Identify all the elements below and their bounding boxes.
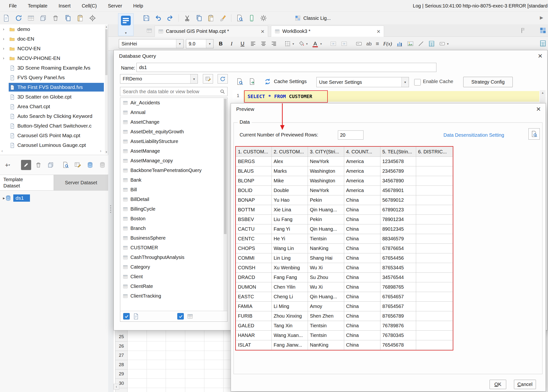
preview-table-header-cell[interactable]: 5. TEL(Strin...: [380, 147, 416, 157]
border-button[interactable]: [285, 41, 291, 47]
preview-sql-button[interactable]: [235, 77, 245, 87]
server-config-button[interactable]: [260, 14, 267, 22]
toolbar-scroll-right-icon[interactable]: ▶: [540, 15, 543, 20]
chevron-down-icon[interactable]: ▾: [401, 77, 409, 87]
dataset-tab[interactable]: Server Dataset: [54, 175, 108, 190]
chevron-down-icon[interactable]: ▾: [206, 39, 213, 48]
table-row[interactable]: GALEDTang XinTientsinChina76789876: [236, 321, 453, 331]
redo-button[interactable]: [166, 14, 174, 22]
table-row[interactable]: EASTCCheng LiQin Huang...China67654657: [236, 292, 453, 302]
desensitization-preview-button[interactable]: [528, 128, 540, 140]
tree-item[interactable]: FVS Query Panel.fvs: [0, 73, 105, 82]
tree-item[interactable]: Carousel GIS Point Map.cpt: [0, 131, 105, 140]
tree-item[interactable]: Area Chart.cpt: [0, 102, 105, 111]
paste-button[interactable]: [76, 14, 84, 22]
sql-editor-line[interactable]: SELECT * FROM CUSTOMER: [244, 91, 539, 102]
table-list-item[interactable]: ClientRate: [120, 281, 227, 291]
widget-button[interactable]: [356, 40, 362, 47]
table-list-item[interactable]: Bill: [120, 185, 227, 194]
preview-table-header-cell[interactable]: 4. COUNT...: [344, 147, 380, 157]
document-tab[interactable]: WorkBook3 *×: [271, 26, 384, 37]
scroll-right-icon[interactable]: ›: [100, 149, 101, 153]
align-right-button[interactable]: [271, 41, 277, 47]
unmerge-cells-button[interactable]: [341, 40, 348, 47]
table-row[interactable]: CONSHXu WenbingWu XiChina87653445: [236, 263, 453, 273]
scroll-down-icon[interactable]: ▾: [105, 150, 108, 154]
table-list-item[interactable]: AssetManage_copy: [120, 156, 227, 165]
rich-text-button[interactable]: ≡: [376, 40, 379, 47]
cancel-button[interactable]: Cancel: [514, 380, 536, 389]
table-row[interactable]: DUMONChen YilinWu XiChina76898765: [236, 282, 453, 292]
table-list-item[interactable]: BillDetail: [120, 194, 227, 204]
bold-button[interactable]: B: [217, 41, 224, 47]
menu-item-server[interactable]: Server: [102, 0, 128, 12]
menu-item-cellc[interactable]: Cell(C): [76, 0, 102, 12]
scrollbar-thumb[interactable]: [224, 99, 227, 234]
copy-dataset-button[interactable]: [47, 161, 55, 169]
template-version-icon[interactable]: [520, 27, 526, 34]
tree-scrollbar[interactable]: ▴ ▾: [105, 25, 108, 154]
mobile-preview-button[interactable]: [248, 14, 256, 22]
table-row[interactable]: FURIBZhou XinxingShen ZhenChina87656789: [236, 311, 453, 321]
preview-table-header-cell[interactable]: 6. DISTRIC...: [416, 147, 453, 157]
tree-item[interactable]: Button-Styled Chart Switchover.c: [0, 121, 105, 131]
connection-select[interactable]: FRDemo ▾: [120, 74, 198, 84]
table-row[interactable]: FAMIALi MingAmoyChina87654567: [236, 302, 453, 311]
table-row[interactable]: CACTUFang YiQin Huang...China89012345: [236, 224, 453, 234]
chevron-right-icon[interactable]: ›: [3, 27, 7, 32]
table-list-item[interactable]: AssetChange: [120, 117, 227, 127]
copy-button[interactable]: [64, 14, 72, 22]
tree-item[interactable]: The First FVS Dashboard.fvs: [0, 82, 105, 92]
delete-dataset-button[interactable]: [34, 161, 43, 169]
preview-table-header-cell[interactable]: 3. CITY(Stri...: [308, 147, 344, 157]
chevron-right-icon[interactable]: ▸: [3, 196, 5, 201]
sheet-cells[interactable]: [128, 330, 231, 392]
chevron-down-icon[interactable]: ▾: [320, 42, 322, 46]
cut-button[interactable]: [183, 14, 191, 22]
fill-color-button[interactable]: [298, 41, 305, 47]
dataset-tab[interactable]: Template Dataset: [0, 175, 54, 190]
tree-item[interactable]: ›NCOV-PHONE-EN: [0, 53, 105, 63]
tree-item[interactable]: ›NCOV-EN: [0, 44, 105, 53]
insert-line-button[interactable]: [418, 41, 424, 47]
table-list-item[interactable]: Bank: [120, 175, 227, 185]
tree-item[interactable]: ›demo: [0, 24, 105, 34]
cell-element-panel-button[interactable]: [539, 27, 547, 34]
insert-chart-button[interactable]: [396, 40, 403, 47]
menu-item-template[interactable]: Template: [22, 0, 53, 12]
previewed-rows-input[interactable]: [338, 130, 363, 140]
table-list-item[interactable]: Air_Accidents: [120, 98, 227, 107]
table-search-input[interactable]: [120, 89, 220, 94]
chevron-down-icon[interactable]: ▾: [190, 74, 198, 83]
chevron-right-icon[interactable]: ›: [3, 36, 7, 41]
enable-cache-checkbox[interactable]: [414, 79, 421, 86]
edit-connection-button[interactable]: [203, 74, 213, 84]
chevron-right-icon[interactable]: ›: [3, 46, 7, 51]
insert-subreport-button[interactable]: [428, 40, 435, 47]
italic-button[interactable]: I: [228, 41, 235, 47]
table-list-item[interactable]: BackboneTeamPenetrationQuery: [120, 165, 227, 175]
close-icon[interactable]: ×: [257, 28, 264, 35]
table-list-item[interactable]: AssetManage: [120, 146, 227, 156]
delete-button[interactable]: [52, 14, 59, 22]
template-version-button[interactable]: [39, 14, 47, 22]
tree-item[interactable]: 3D Scatter on Globe.cpt: [0, 92, 105, 102]
align-center-button[interactable]: [260, 41, 267, 47]
panel-splitter[interactable]: [108, 51, 114, 392]
insert-shape-button[interactable]: [439, 41, 445, 47]
menu-item-insert[interactable]: Insert: [53, 0, 76, 12]
tree-item[interactable]: 3D Scene Roaming Example.fvs: [0, 63, 105, 73]
data-query-big-button[interactable]: ▾: [118, 13, 134, 36]
table-row[interactable]: CHOPSWang LinNanKingChina67876654: [236, 244, 453, 253]
preview-dataset-button[interactable]: [62, 161, 70, 169]
table-list-item[interactable]: Annual: [120, 107, 227, 117]
table-list-item[interactable]: BillingCycle: [120, 204, 227, 214]
refresh-connection-button[interactable]: [218, 74, 228, 84]
server-database-button[interactable]: [98, 161, 107, 169]
table-row[interactable]: COMMILin LingShang HaiChina67654456: [236, 253, 453, 263]
table-row[interactable]: HANARWang Xuan...TientsinChina76780345: [236, 331, 453, 340]
scroll-up-icon[interactable]: ▴: [105, 25, 108, 28]
row-header[interactable]: 26: [115, 342, 127, 351]
table-list-item[interactable]: Branch: [120, 223, 227, 233]
table-row[interactable]: CENTCHe YiTientsinChina88346579: [236, 234, 453, 244]
